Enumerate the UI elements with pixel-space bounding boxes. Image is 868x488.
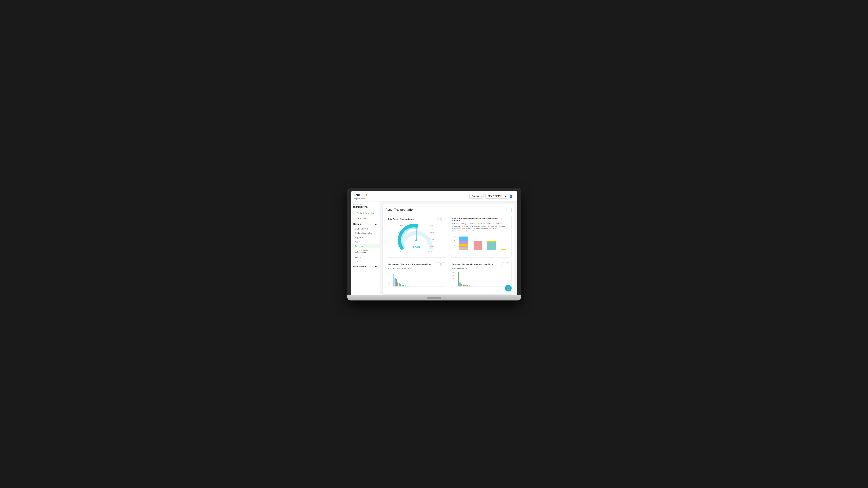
logo-text: PALOIT bbox=[354, 193, 368, 197]
svg-text:200k: 200k bbox=[452, 283, 455, 285]
legend-germany: Germany bbox=[452, 225, 460, 227]
legend-railway-2: Railway bbox=[458, 267, 464, 269]
svg-rect-42 bbox=[410, 286, 411, 286]
bar-info-button[interactable]: ℹ bbox=[501, 218, 505, 221]
svg-rect-52 bbox=[458, 272, 459, 286]
sidebar-item-transport[interactable]: Transport bbox=[351, 244, 379, 248]
svg-rect-59 bbox=[471, 286, 472, 286]
legend-china: China bbox=[470, 223, 476, 225]
legend-sea-2: S... bbox=[466, 267, 470, 269]
svg-point-1 bbox=[415, 239, 417, 241]
svg-text:800k: 800k bbox=[452, 274, 455, 276]
time-line-icon: ∿ bbox=[353, 217, 355, 220]
ai-bot-button[interactable]: 🤖 bbox=[505, 285, 512, 291]
gauge-more-button[interactable]: ⋮ bbox=[441, 217, 445, 221]
svg-text:Truck: Truck bbox=[476, 250, 479, 252]
legend-peru: Peru bbox=[482, 225, 486, 227]
svg-rect-54 bbox=[461, 284, 462, 286]
legend-sea: Sea bbox=[402, 267, 406, 269]
svg-text:400k: 400k bbox=[388, 275, 391, 276]
legend-railway: Railway bbox=[393, 267, 400, 269]
emission-more-button[interactable]: ⋮ bbox=[441, 262, 445, 266]
topbar: PALOIT Impact Tracker English DEMO RETAI… bbox=[351, 191, 517, 201]
legend-truck: Truck bbox=[408, 267, 414, 269]
svg-text:200k: 200k bbox=[388, 281, 391, 283]
transport-chart-header: Transport Emission by Customer and Mode … bbox=[452, 262, 509, 266]
content-title: Asset Transportation bbox=[385, 208, 414, 212]
svg-rect-41 bbox=[408, 286, 409, 286]
transport-chart-title: Transport Emission by Customer and Mode bbox=[452, 263, 493, 265]
legend-united-states: United States bbox=[466, 230, 476, 232]
bar-more-button[interactable]: ⋮ bbox=[506, 218, 509, 221]
emission-per-family-chart: Emission per Family and Transportation M… bbox=[385, 260, 447, 291]
emission-chart-actions: ℹ ⋮ bbox=[437, 262, 445, 266]
sidebar-item-triple-bottom-line[interactable]: ⊙ Triple Bottom Line bbox=[351, 211, 379, 216]
gauge-center-value: 2.04M bbox=[413, 246, 420, 249]
legend-air-2: Air bbox=[452, 267, 456, 269]
legend-thailand: Thailand bbox=[490, 228, 497, 229]
sidebar-item-expense[interactable]: Expense bbox=[351, 235, 379, 240]
svg-rect-58 bbox=[469, 286, 470, 286]
svg-text:0: 0 bbox=[388, 286, 389, 287]
sidebar-item-asset[interactable]: Asset bbox=[351, 240, 379, 244]
svg-rect-31 bbox=[393, 274, 394, 286]
company-name: DEMO RETAIL bbox=[351, 206, 379, 208]
total-assert-transportation-chart: Total Assert Transportation ℹ ⋮ bbox=[385, 215, 447, 258]
transport-more-button[interactable]: ⋮ bbox=[506, 262, 509, 266]
legend-singapore: Singapore bbox=[452, 228, 461, 229]
demo-select[interactable]: DEMO RETAIL bbox=[485, 194, 507, 199]
carbon-chevron-icon: ∧ bbox=[375, 223, 377, 226]
environment-chevron-icon: ∨ bbox=[375, 265, 377, 268]
environment-label: Environment bbox=[353, 265, 367, 268]
bar-chart-title: Cabon Transportation by Mode and Dischar… bbox=[452, 217, 501, 222]
gauge-chart-header: Total Assert Transportation ℹ ⋮ bbox=[388, 217, 445, 221]
topbar-right: English DEMO RETAIL 👤 bbox=[469, 194, 514, 199]
transport-chart-actions: ℹ ⋮ bbox=[501, 262, 509, 266]
svg-text:1M: 1M bbox=[452, 272, 454, 273]
svg-text:300k: 300k bbox=[388, 278, 391, 280]
carbon-section-header[interactable]: Carbon ∧ bbox=[351, 221, 379, 227]
legend-colombia: Colombia bbox=[477, 223, 486, 225]
company-label: Company bbox=[351, 204, 379, 205]
sidebar-item-carbon-how-to[interactable]: Carbon How to bbox=[351, 227, 379, 231]
emission-info-button[interactable]: ℹ bbox=[437, 262, 441, 266]
asset-transportation-card: Asset Transportation ⋯ Total Assert Tran… bbox=[383, 204, 515, 294]
legend-air: Air bbox=[388, 267, 392, 269]
legend-south-korea: South Korea bbox=[462, 228, 472, 229]
sidebar-item-time-line[interactable]: ∿ Time Line bbox=[351, 216, 379, 221]
svg-text:100k: 100k bbox=[388, 284, 391, 285]
bar-country-svg: 1.5M 1M 500k 0 bbox=[452, 233, 509, 255]
environment-section-header[interactable]: Environment ∨ bbox=[351, 264, 379, 269]
legend-ecuador: Ecuador bbox=[487, 223, 495, 225]
gauge-chart-title: Total Assert Transportation bbox=[388, 218, 414, 220]
sidebar-item-cix[interactable]: CIX bbox=[351, 259, 379, 264]
svg-rect-38 bbox=[403, 285, 404, 286]
sidebar-item-digital-carbon[interactable]: Digital Carbon Assessment bbox=[351, 248, 379, 255]
gauge-info-button[interactable]: ℹ bbox=[437, 217, 441, 221]
svg-rect-22 bbox=[501, 249, 506, 250]
svg-text:600k: 600k bbox=[452, 278, 455, 279]
svg-text:0: 0 bbox=[452, 286, 453, 287]
legend-taiwan: Taiwan bbox=[482, 228, 488, 229]
sidebar-item-waste[interactable]: Waste bbox=[351, 255, 379, 259]
svg-text:500k: 500k bbox=[454, 245, 456, 246]
content-area: Asset Transportation ⋯ Total Assert Tran… bbox=[380, 201, 517, 295]
legend-united-kingdom: United Kingdom bbox=[452, 230, 464, 232]
sidebar-item-carbon-accounting[interactable]: Carbon Accounting bbox=[351, 231, 379, 235]
legend-poland: Poland bbox=[499, 225, 505, 227]
sidebar-item-label: Time Line bbox=[356, 217, 366, 220]
legend-spain: Spain bbox=[474, 228, 479, 229]
emission-legend: Air Railway Sea Truck bbox=[388, 267, 445, 269]
svg-rect-57 bbox=[466, 285, 468, 286]
svg-text:400k: 400k bbox=[452, 281, 455, 282]
carbon-by-mode-country-chart: Cabon Transportation by Mode and Dischar… bbox=[450, 215, 512, 258]
transport-info-button[interactable]: ℹ bbox=[501, 262, 505, 266]
svg-rect-20 bbox=[487, 241, 495, 242]
more-options-button[interactable]: ⋯ bbox=[506, 207, 512, 212]
sidebar-item-label: Triple Bottom Line bbox=[356, 212, 374, 215]
bar-chart-header: Cabon Transportation by Mode and Dischar… bbox=[452, 217, 509, 222]
language-select[interactable]: English bbox=[469, 194, 484, 199]
svg-rect-39 bbox=[405, 286, 406, 286]
svg-rect-37 bbox=[402, 285, 403, 286]
user-icon[interactable]: 👤 bbox=[509, 194, 514, 199]
